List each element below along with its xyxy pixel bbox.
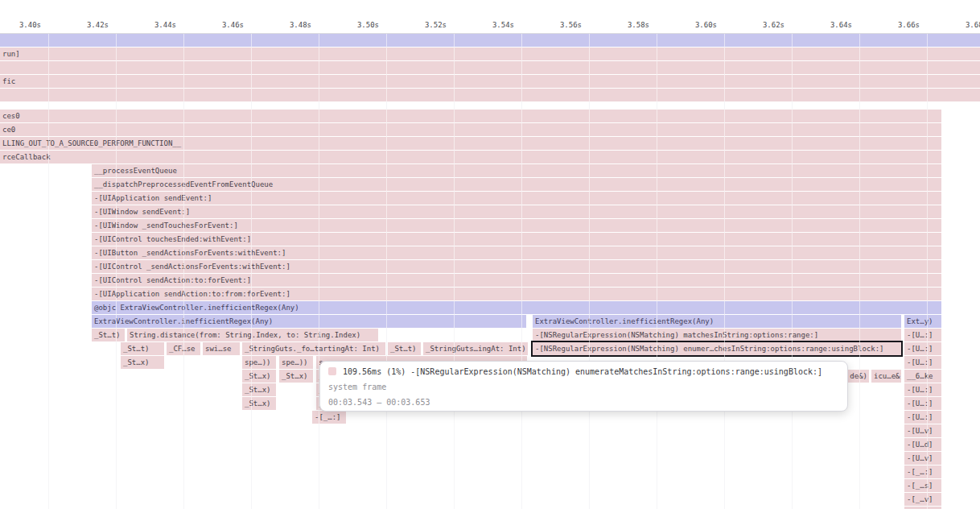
- stack-frame[interactable]: -[U…:]: [904, 411, 941, 424]
- stack-frame[interactable]: -[U…v]: [904, 424, 941, 437]
- time-ruler-label: 3.50s: [337, 21, 379, 29]
- stack-frame[interactable]: -[U…:]: [904, 397, 941, 410]
- stack-frame[interactable]: -[_…:]: [312, 411, 346, 424]
- gridline: [183, 32, 184, 509]
- stack-frame[interactable]: -[UIApplication sendAction:to:from:forEv…: [92, 288, 941, 300]
- stack-frame[interactable]: -[UIControl sendAction:to:forEvent:]: [92, 274, 941, 287]
- stack-frame[interactable]: _StringGuts…ingAt: Int): [423, 342, 528, 355]
- stack-frame[interactable]: _St…x): [242, 383, 276, 396]
- stack-frame[interactable]: _St…x): [242, 397, 276, 410]
- stack-frame[interactable]: -[UIApplication sendEvent:]: [92, 192, 941, 205]
- time-ruler-label: 3.40s: [0, 21, 41, 29]
- time-ruler-label: 3.62s: [743, 21, 784, 29]
- stack-frame[interactable]: _St…t): [92, 329, 125, 341]
- time-ruler-label: 3.46s: [202, 21, 244, 29]
- gridline: [859, 32, 860, 509]
- time-ruler-label: 3.56s: [540, 21, 582, 29]
- instruments-flame-chart-view: 3.40s3.42s3.44s3.46s3.48s3.50s3.52s3.54s…: [0, 0, 980, 509]
- stack-frame[interactable]: _St…x): [121, 356, 164, 369]
- stack-frame[interactable]: _St…t): [121, 342, 164, 355]
- stack-frame[interactable]: LLING_OUT_TO_A_SOURCE0_PERFORM_FUNCTION_…: [0, 137, 941, 150]
- stack-frame[interactable]: __processEventQueue: [92, 164, 941, 177]
- stack-frame[interactable]: fic: [0, 75, 980, 88]
- stack-frame[interactable]: _St…x): [242, 370, 276, 383]
- gridline: [724, 32, 725, 509]
- tooltip-title: 109.56ms (1%) -[NSRegularExpression(NSMa…: [343, 367, 822, 376]
- gridline: [386, 32, 387, 509]
- tooltip-title-line: 109.56ms (1%) -[NSRegularExpression(NSMa…: [328, 364, 839, 379]
- stack-frame[interactable]: -[_…v]: [904, 493, 941, 506]
- time-ruler-label: 3.58s: [607, 21, 649, 29]
- stack-frame[interactable]: rceCallback: [0, 151, 941, 163]
- stack-frame[interactable]: String.distance(from: String.Index, to: …: [127, 329, 378, 341]
- stack-frame[interactable]: spe…)): [279, 356, 313, 369]
- stack-frame[interactable]: icu…e&): [871, 370, 901, 383]
- time-ruler-label: 3.68s: [945, 21, 980, 29]
- stack-frame[interactable]: -[U…:]: [904, 342, 941, 355]
- gridline: [319, 32, 319, 509]
- stack-frame[interactable]: spe…)): [242, 356, 276, 369]
- time-ruler-label: 3.42s: [67, 21, 109, 29]
- time-ruler-label: 3.66s: [878, 21, 920, 29]
- stack-frame[interactable]: ExtraViewController.inefficientRegex(Any…: [92, 315, 526, 328]
- gridline: [657, 32, 657, 509]
- stack-frame[interactable]: -[UIWindow sendEvent:]: [92, 205, 941, 218]
- time-ruler-label: 3.54s: [472, 21, 514, 29]
- time-ruler-label: 3.48s: [270, 21, 311, 29]
- gridline: [589, 32, 590, 509]
- stack-frame[interactable]: -[UIWindow _sendTouchesForEvent:]: [92, 219, 941, 232]
- stack-frame[interactable]: _StringGuts._fo…tartingAt: Int): [242, 342, 385, 355]
- stack-frame[interactable]: _St…x): [279, 370, 313, 383]
- time-ruler-label: 3.52s: [405, 21, 447, 29]
- stack-frame[interactable]: -[UIControl _sendActionsForEvents:withEv…: [92, 260, 941, 273]
- gridline: [521, 32, 522, 509]
- stack-frame[interactable]: -[U…d]: [904, 438, 941, 451]
- time-ruler-label: 3.64s: [810, 21, 852, 29]
- stack-frame[interactable]: Ext…y): [904, 315, 941, 328]
- time-ruler-label: 3.60s: [675, 21, 717, 29]
- stack-frame[interactable]: ces0: [0, 110, 941, 122]
- stack-frame[interactable]: __6…ke: [904, 370, 941, 383]
- stack-frame[interactable]: -[_…s]: [904, 479, 941, 492]
- stack-frame[interactable]: -[U…:]: [904, 383, 941, 396]
- gridline: [48, 32, 49, 509]
- stack-frame[interactable]: -[U…:]: [904, 329, 941, 341]
- stack-frame[interactable]: -[UIButton _sendActionsForEvents:withEve…: [92, 246, 941, 259]
- gridline: [792, 32, 793, 509]
- stack-frame[interactable]: @objc ExtraViewController.inefficientReg…: [92, 301, 941, 314]
- stack-frame[interactable]: __dispatchPreprocessedEventFromEventQueu…: [92, 178, 941, 191]
- stack-frame[interactable]: ce0: [0, 123, 941, 136]
- frame-tooltip: 109.56ms (1%) -[NSRegularExpression(NSMa…: [319, 361, 848, 412]
- stack-frame[interactable]: ExtraViewController.inefficientRegex(Any…: [533, 315, 901, 328]
- stack-frame[interactable]: -[UIControl touchesEnded:withEvent:]: [92, 233, 941, 246]
- gridline: [116, 32, 117, 509]
- stack-frame[interactable]: [0, 61, 980, 74]
- stack-frame-selected[interactable]: -[NSRegularExpression(NSMatching) enumer…: [533, 342, 901, 355]
- tooltip-time-range: 00:03.543 — 00:03.653: [328, 395, 839, 410]
- stack-frame[interactable]: swi…se: [203, 342, 240, 355]
- stack-frame[interactable]: [0, 89, 980, 101]
- stack-frame[interactable]: -[U…:]: [904, 356, 941, 369]
- stack-frame[interactable]: -[_…:]: [904, 466, 941, 478]
- stack-frame[interactable]: run]: [0, 48, 980, 60]
- gridline: [454, 32, 455, 509]
- stack-frame[interactable]: _St…t): [388, 342, 421, 355]
- stack-frame[interactable]: [0, 34, 980, 47]
- gridline: [251, 32, 252, 509]
- stack-frame[interactable]: -[NSRegularExpression(NSMatching) matche…: [533, 329, 901, 341]
- time-ruler-label: 3.44s: [134, 21, 176, 29]
- tooltip-frame-kind: system frame: [328, 379, 839, 395]
- gridline: [927, 32, 928, 509]
- frame-color-swatch-icon: [328, 367, 336, 375]
- time-ruler[interactable]: 3.40s3.42s3.44s3.46s3.48s3.50s3.52s3.54s…: [0, 0, 980, 34]
- stack-frame[interactable]: -[U…v]: [904, 452, 941, 465]
